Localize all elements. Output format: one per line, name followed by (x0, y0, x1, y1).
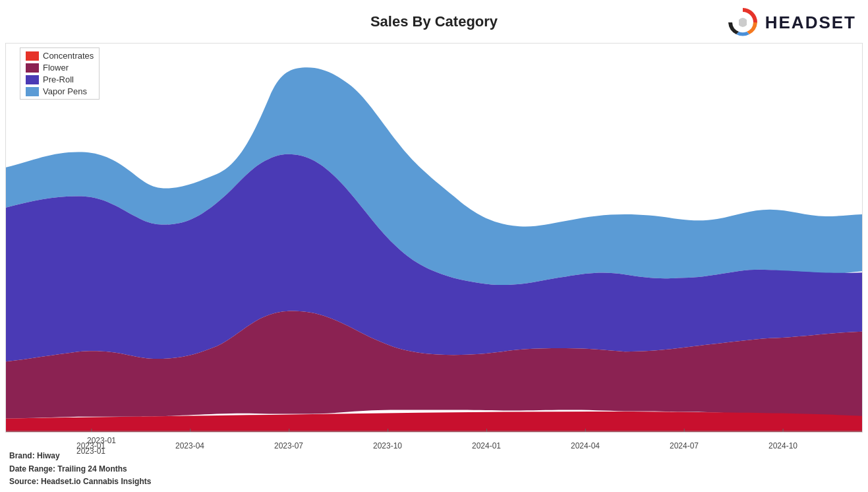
chart-title: Sales By Category (370, 13, 498, 30)
x-label-0: 2023-01 (87, 436, 116, 445)
legend-item-vaporpens: Vapor Pens (26, 86, 94, 96)
chart-legend: Concentrates Flower Pre-Roll Vapor Pens (20, 47, 100, 100)
footer-daterange: Date Range: Trailing 24 Months (9, 463, 151, 476)
footer-source-label: Source: (9, 477, 41, 486)
legend-item-preroll: Pre-Roll (26, 75, 94, 84)
legend-swatch-concentrates (26, 51, 39, 61)
footer-daterange-value: Trailing 24 Months (57, 464, 127, 474)
legend-swatch-vaporpens (26, 87, 39, 96)
footer-daterange-label: Date Range: (9, 464, 57, 474)
legend-item-concentrates: Concentrates (26, 51, 94, 61)
chart-footer: Brand: Hiway Date Range: Trailing 24 Mon… (9, 450, 151, 488)
legend-label-flower: Flower (43, 63, 69, 73)
footer-brand-value: Hiway (37, 451, 60, 460)
chart-svg (6, 44, 862, 432)
legend-label-concentrates: Concentrates (43, 51, 94, 61)
legend-swatch-flower (26, 63, 39, 73)
footer-brand-label: Brand: (9, 451, 37, 460)
footer-source-value: Headset.io Cannabis Insights (41, 477, 151, 486)
legend-label-vaporpens: Vapor Pens (43, 86, 87, 96)
page-container: HEADSET Sales By Category Concentrates F… (0, 0, 868, 492)
footer-source: Source: Headset.io Cannabis Insights (9, 476, 151, 488)
footer-brand: Brand: Hiway (9, 450, 151, 462)
legend-label-preroll: Pre-Roll (43, 75, 74, 84)
legend-swatch-preroll (26, 75, 39, 84)
chart-area (5, 43, 863, 433)
legend-item-flower: Flower (26, 63, 94, 73)
chart-header: Sales By Category (0, 0, 868, 43)
